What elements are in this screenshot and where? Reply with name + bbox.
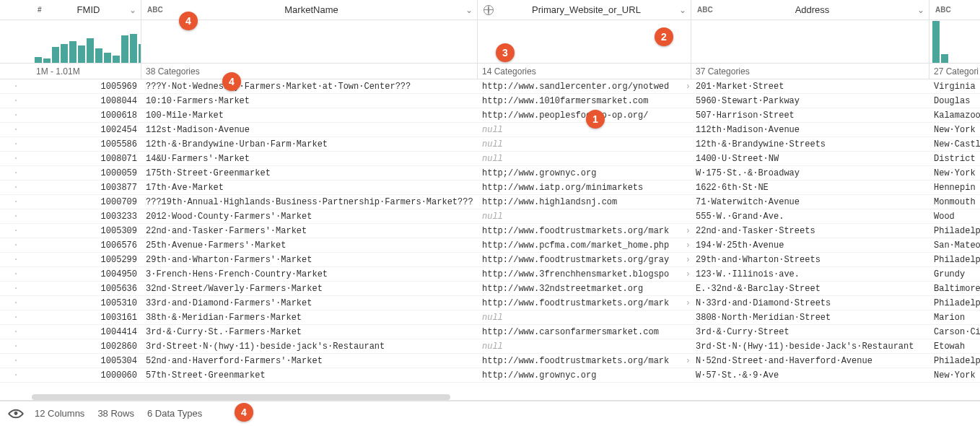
row-handle[interactable]: · [0, 313, 32, 323]
column-menu-icon[interactable]: ⌄ [675, 5, 691, 15]
cell-url[interactable]: null [478, 310, 691, 324]
histogram-fmid[interactable] [32, 20, 141, 63]
cell-url[interactable]: http://www.foodtrustmarkets.org/mark› [478, 224, 691, 238]
row-handle[interactable]: · [0, 226, 32, 236]
cell-extra[interactable]: San·Mateo [929, 238, 980, 252]
row-handle[interactable]: · [0, 269, 32, 279]
cell-extra[interactable]: New·Castl [929, 137, 980, 151]
cell-address[interactable]: 71·Waterwitch·Avenue [691, 195, 929, 209]
cell-marketname[interactable]: ???19th·Annual·Highlands·Business·Partne… [141, 195, 478, 209]
table-row[interactable]: ·10028603rd·Street·N·(hwy·11)·beside·jac… [0, 339, 980, 354]
column-header-url[interactable]: Primary_Website_or_URL ⌄ [478, 0, 691, 19]
cell-url[interactable]: http://www.grownyc.org [478, 368, 691, 382]
cell-marketname[interactable]: 52nd·and·Haverford·Farmers'·Market [141, 354, 478, 368]
cell-marketname[interactable]: 57th·Street·Greenmarket [141, 368, 478, 382]
cell-fmid[interactable]: 1005309 [32, 224, 141, 238]
row-handle[interactable]: · [0, 212, 32, 222]
cell-fmid[interactable]: 1000060 [32, 368, 141, 382]
table-row[interactable]: ·100804410:10·Farmers·Markethttp://www.1… [0, 94, 980, 108]
cell-extra[interactable]: Baltimore [929, 282, 980, 295]
cell-fmid[interactable]: 1008071 [32, 152, 141, 165]
cell-marketname[interactable]: 3rd·Street·N·(hwy·11)·beside·jack's·Rest… [141, 339, 478, 353]
cell-address[interactable]: 201·Market·Street [691, 79, 929, 93]
column-menu-icon[interactable]: ⌄ [461, 5, 477, 15]
cell-address[interactable]: W·175·St.·&·Broadway [691, 166, 929, 180]
cell-fmid[interactable]: 1005969 [32, 79, 141, 93]
column-menu-icon[interactable]: ⌄ [913, 5, 929, 15]
histogram-extra[interactable] [929, 20, 980, 63]
cell-address[interactable]: 5960·Stewart·Parkway [691, 94, 929, 108]
cell-address[interactable]: N·33rd·and·Diamond·Streets [691, 296, 929, 310]
row-handle[interactable]: · [0, 154, 32, 164]
cell-fmid[interactable]: 1004950 [32, 267, 141, 281]
cell-extra[interactable]: Douglas [929, 94, 980, 108]
row-handle[interactable]: · [0, 197, 32, 207]
row-handle[interactable]: · [0, 183, 32, 193]
table-row[interactable]: ·1000709???19th·Annual·Highlands·Busines… [0, 195, 980, 209]
cell-address[interactable]: 507·Harrison·Street [691, 108, 929, 122]
cell-address[interactable]: 555·W.·Grand·Ave. [691, 209, 929, 223]
row-handle[interactable]: · [0, 240, 32, 251]
cell-url[interactable]: null [478, 123, 691, 136]
table-row[interactable]: ·100531033rd·and·Diamond·Farmers'·Market… [0, 296, 980, 310]
cell-url[interactable]: http://www.3frenchhensmarket.blogspo› [478, 267, 691, 281]
data-body[interactable]: ·1005969???Y·Not·Wednesday·Farmers·Marke… [0, 79, 980, 400]
cell-url[interactable]: null [478, 152, 691, 165]
cell-marketname[interactable]: 12th·&·Brandywine·Urban·Farm·Market [141, 137, 478, 151]
histogram-address[interactable] [691, 20, 929, 63]
cell-address[interactable]: N·52nd·Street·and·Haverford·Avenue [691, 354, 929, 368]
row-handle[interactable]: · [0, 168, 32, 178]
cell-fmid[interactable]: 1003877 [32, 181, 141, 194]
cell-extra[interactable]: Etowah [929, 339, 980, 353]
cell-url[interactable]: http://www.32ndstreetmarket.org [478, 282, 691, 295]
cell-extra[interactable]: Monmouth [929, 195, 980, 209]
cell-fmid[interactable]: 1005636 [32, 282, 141, 295]
cell-address[interactable]: E.·32nd·&·Barclay·Street [691, 282, 929, 295]
row-handle[interactable]: · [0, 125, 32, 135]
column-header-address[interactable]: ABC Address ⌄ [691, 0, 929, 19]
table-row[interactable]: ·100807114&U·Farmers'·Marketnull1400·U·S… [0, 152, 980, 166]
cell-address[interactable]: 1622·6th·St·NE [691, 181, 929, 194]
table-row[interactable]: ·100657625th·Avenue·Farmers'·Markethttp:… [0, 238, 980, 253]
cell-marketname[interactable]: 2012·Wood·County·Farmers'·Market [141, 209, 478, 223]
table-row[interactable]: ·10044143rd·&·Curry·St.·Farmers·Marketht… [0, 325, 980, 339]
column-header-fmid[interactable]: # FMID ⌄ [32, 0, 141, 19]
cell-fmid[interactable]: 1008044 [32, 94, 141, 108]
cell-address[interactable]: 194·W·25th·Avenue [691, 238, 929, 252]
cell-fmid[interactable]: 1000709 [32, 195, 141, 209]
cell-address[interactable]: 29th·and·Wharton·Streets [691, 253, 929, 266]
cell-marketname[interactable]: ???Y·Not·Wednesday·Farmers·Market·at·Tow… [141, 79, 478, 93]
cell-url[interactable]: http://www.iatp.org/minimarkets [478, 181, 691, 194]
cell-url[interactable]: http://www.foodtrustmarkets.org/mark› [478, 354, 691, 368]
cell-address[interactable]: 12th·&·Brandywine·Streets [691, 137, 929, 151]
cell-marketname[interactable]: 22nd·and·Tasker·Farmers'·Market [141, 224, 478, 238]
cell-marketname[interactable]: 3·French·Hens·French·Country·Market [141, 267, 478, 281]
cell-fmid[interactable]: 1000059 [32, 166, 141, 180]
cell-extra[interactable]: Philadelp [929, 354, 980, 368]
cell-extra[interactable]: Philadelp [929, 224, 980, 238]
cell-marketname[interactable]: 32nd·Street/Waverly·Farmers·Market [141, 282, 478, 295]
cell-url[interactable]: http://www.pcfma.com/market_home.php› [478, 238, 691, 252]
cell-extra[interactable]: District [929, 152, 980, 165]
table-row[interactable]: ·1005969???Y·Not·Wednesday·Farmers·Marke… [0, 79, 980, 94]
cell-url[interactable]: http://www.foodtrustmarkets.org/mark› [478, 296, 691, 310]
cell-extra[interactable]: Marion [929, 310, 980, 324]
cell-extra[interactable]: Kalamazoo [929, 108, 980, 122]
table-row[interactable]: ·1000618100-Mile·Markethttp://www.people… [0, 108, 980, 123]
cell-extra[interactable]: New·York [929, 368, 980, 382]
cell-address[interactable]: 3rd·&·Curry·Street [691, 325, 929, 339]
cell-url[interactable]: http://www.sandlercenter.org/ynotwed› [478, 79, 691, 93]
row-handle[interactable]: · [0, 284, 32, 294]
cell-extra[interactable]: New·York [929, 166, 980, 180]
cell-fmid[interactable]: 1002860 [32, 339, 141, 353]
cell-marketname[interactable]: 33rd·and·Diamond·Farmers'·Market [141, 296, 478, 310]
cell-marketname[interactable]: 10:10·Farmers·Market [141, 94, 478, 108]
cell-address[interactable]: 1400·U·Street·NW [691, 152, 929, 165]
row-handle[interactable]: · [0, 342, 32, 352]
cell-fmid[interactable]: 1002454 [32, 123, 141, 136]
cell-marketname[interactable]: 38th·&·Meridian·Farmers·Market [141, 310, 478, 324]
cell-fmid[interactable]: 1005304 [32, 354, 141, 368]
cell-address[interactable]: 3808·North·Meridian·Street [691, 310, 929, 324]
table-row[interactable]: ·100387717th·Ave·Markethttp://www.iatp.o… [0, 181, 980, 195]
table-row[interactable]: ·1002454112st·Madison·Avenuenull112th·Ma… [0, 123, 980, 137]
